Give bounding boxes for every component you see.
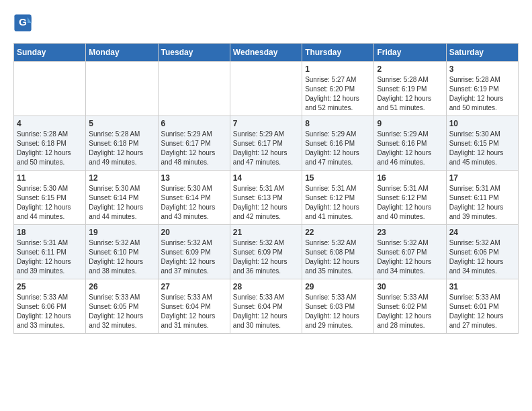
day-header-sunday: Sunday [14, 44, 86, 62]
calendar-header-row: SundayMondayTuesdayWednesdayThursdayFrid… [14, 44, 519, 62]
calendar-cell: 3Sunrise: 5:28 AM Sunset: 6:19 PM Daylig… [446, 62, 518, 116]
calendar-cell [230, 62, 302, 116]
calendar-cell: 1Sunrise: 5:27 AM Sunset: 6:20 PM Daylig… [302, 62, 374, 116]
day-number: 22 [305, 228, 371, 237]
calendar-cell [86, 62, 158, 116]
cell-content: Sunrise: 5:31 AM Sunset: 6:12 PM Dayligh… [305, 184, 371, 222]
cell-content: Sunrise: 5:30 AM Sunset: 6:15 PM Dayligh… [17, 184, 83, 222]
day-number: 21 [233, 228, 299, 237]
calendar-cell: 18Sunrise: 5:31 AM Sunset: 6:11 PM Dayli… [14, 225, 86, 279]
cell-content: Sunrise: 5:29 AM Sunset: 6:17 PM Dayligh… [161, 130, 227, 167]
day-number: 11 [17, 173, 83, 183]
logo: G [13, 13, 35, 32]
day-number: 7 [233, 119, 299, 128]
calendar-cell: 25Sunrise: 5:33 AM Sunset: 6:06 PM Dayli… [14, 279, 86, 334]
calendar-cell: 2Sunrise: 5:28 AM Sunset: 6:19 PM Daylig… [374, 62, 446, 116]
day-header-friday: Friday [374, 44, 446, 62]
calendar-cell: 28Sunrise: 5:33 AM Sunset: 6:04 PM Dayli… [230, 279, 302, 334]
cell-content: Sunrise: 5:30 AM Sunset: 6:14 PM Dayligh… [89, 184, 154, 222]
cell-content: Sunrise: 5:32 AM Sunset: 6:06 PM Dayligh… [449, 238, 515, 276]
cell-content: Sunrise: 5:31 AM Sunset: 6:11 PM Dayligh… [17, 238, 83, 276]
cell-content: Sunrise: 5:29 AM Sunset: 6:16 PM Dayligh… [305, 130, 371, 167]
calendar-cell: 9Sunrise: 5:29 AM Sunset: 6:16 PM Daylig… [374, 116, 446, 171]
calendar-cell: 11Sunrise: 5:30 AM Sunset: 6:15 PM Dayli… [14, 171, 86, 225]
calendar-week-row: 11Sunrise: 5:30 AM Sunset: 6:15 PM Dayli… [14, 171, 519, 225]
cell-content: Sunrise: 5:28 AM Sunset: 6:18 PM Dayligh… [17, 130, 83, 167]
day-number: 15 [305, 173, 371, 183]
cell-content: Sunrise: 5:33 AM Sunset: 6:04 PM Dayligh… [233, 293, 299, 330]
calendar-cell: 13Sunrise: 5:30 AM Sunset: 6:14 PM Dayli… [158, 171, 230, 225]
cell-content: Sunrise: 5:31 AM Sunset: 6:12 PM Dayligh… [377, 184, 443, 222]
day-number: 31 [449, 282, 515, 291]
calendar-cell: 31Sunrise: 5:33 AM Sunset: 6:01 PM Dayli… [446, 279, 518, 334]
calendar-week-row: 1Sunrise: 5:27 AM Sunset: 6:20 PM Daylig… [14, 62, 519, 116]
calendar-cell: 20Sunrise: 5:32 AM Sunset: 6:09 PM Dayli… [158, 225, 230, 279]
day-header-monday: Monday [86, 44, 158, 62]
cell-content: Sunrise: 5:27 AM Sunset: 6:20 PM Dayligh… [305, 75, 371, 113]
calendar-cell: 10Sunrise: 5:30 AM Sunset: 6:15 PM Dayli… [446, 116, 518, 171]
cell-content: Sunrise: 5:30 AM Sunset: 6:14 PM Dayligh… [161, 184, 227, 222]
day-header-wednesday: Wednesday [230, 44, 302, 62]
calendar-cell: 19Sunrise: 5:32 AM Sunset: 6:10 PM Dayli… [86, 225, 158, 279]
calendar-cell: 6Sunrise: 5:29 AM Sunset: 6:17 PM Daylig… [158, 116, 230, 171]
calendar-cell: 12Sunrise: 5:30 AM Sunset: 6:14 PM Dayli… [86, 171, 158, 225]
cell-content: Sunrise: 5:33 AM Sunset: 6:03 PM Dayligh… [305, 293, 371, 330]
day-number: 2 [377, 64, 443, 74]
calendar-cell: 8Sunrise: 5:29 AM Sunset: 6:16 PM Daylig… [302, 116, 374, 171]
day-number: 12 [89, 173, 154, 183]
day-number: 30 [377, 282, 443, 291]
day-header-thursday: Thursday [302, 44, 374, 62]
day-number: 25 [17, 282, 83, 291]
cell-content: Sunrise: 5:31 AM Sunset: 6:13 PM Dayligh… [233, 184, 299, 222]
svg-text:G: G [19, 16, 27, 28]
day-number: 26 [89, 282, 154, 291]
cell-content: Sunrise: 5:32 AM Sunset: 6:09 PM Dayligh… [233, 238, 299, 276]
calendar-cell [14, 62, 86, 116]
calendar-cell: 15Sunrise: 5:31 AM Sunset: 6:12 PM Dayli… [302, 171, 374, 225]
day-number: 10 [449, 119, 515, 128]
calendar-cell: 17Sunrise: 5:31 AM Sunset: 6:11 PM Dayli… [446, 171, 518, 225]
cell-content: Sunrise: 5:33 AM Sunset: 6:04 PM Dayligh… [161, 293, 227, 330]
calendar-cell: 30Sunrise: 5:33 AM Sunset: 6:02 PM Dayli… [374, 279, 446, 334]
cell-content: Sunrise: 5:32 AM Sunset: 6:08 PM Dayligh… [305, 238, 371, 276]
cell-content: Sunrise: 5:32 AM Sunset: 6:10 PM Dayligh… [89, 238, 154, 276]
logo-icon: G [13, 13, 32, 32]
cell-content: Sunrise: 5:28 AM Sunset: 6:19 PM Dayligh… [377, 75, 443, 113]
calendar-cell: 14Sunrise: 5:31 AM Sunset: 6:13 PM Dayli… [230, 171, 302, 225]
day-number: 23 [377, 228, 443, 237]
day-number: 19 [89, 228, 154, 237]
day-number: 1 [305, 64, 371, 74]
calendar-cell: 21Sunrise: 5:32 AM Sunset: 6:09 PM Dayli… [230, 225, 302, 279]
calendar-cell: 23Sunrise: 5:32 AM Sunset: 6:07 PM Dayli… [374, 225, 446, 279]
calendar-cell [158, 62, 230, 116]
cell-content: Sunrise: 5:33 AM Sunset: 6:05 PM Dayligh… [89, 293, 154, 330]
day-number: 16 [377, 173, 443, 183]
calendar-week-row: 25Sunrise: 5:33 AM Sunset: 6:06 PM Dayli… [14, 279, 519, 334]
day-number: 17 [449, 173, 515, 183]
day-number: 8 [305, 119, 371, 128]
day-number: 4 [17, 119, 83, 128]
day-number: 14 [233, 173, 299, 183]
calendar-week-row: 4Sunrise: 5:28 AM Sunset: 6:18 PM Daylig… [14, 116, 519, 171]
day-header-saturday: Saturday [446, 44, 518, 62]
calendar-cell: 29Sunrise: 5:33 AM Sunset: 6:03 PM Dayli… [302, 279, 374, 334]
calendar-table: SundayMondayTuesdayWednesdayThursdayFrid… [13, 43, 519, 334]
calendar-week-row: 18Sunrise: 5:31 AM Sunset: 6:11 PM Dayli… [14, 225, 519, 279]
day-number: 9 [377, 119, 443, 128]
day-number: 13 [161, 173, 227, 183]
calendar-cell: 16Sunrise: 5:31 AM Sunset: 6:12 PM Dayli… [374, 171, 446, 225]
day-number: 28 [233, 282, 299, 291]
cell-content: Sunrise: 5:33 AM Sunset: 6:06 PM Dayligh… [17, 293, 83, 330]
calendar-cell: 5Sunrise: 5:28 AM Sunset: 6:18 PM Daylig… [86, 116, 158, 171]
day-number: 18 [17, 228, 83, 237]
day-number: 24 [449, 228, 515, 237]
cell-content: Sunrise: 5:28 AM Sunset: 6:18 PM Dayligh… [89, 130, 154, 167]
cell-content: Sunrise: 5:30 AM Sunset: 6:15 PM Dayligh… [449, 130, 515, 167]
cell-content: Sunrise: 5:32 AM Sunset: 6:07 PM Dayligh… [377, 238, 443, 276]
day-header-tuesday: Tuesday [158, 44, 230, 62]
cell-content: Sunrise: 5:29 AM Sunset: 6:17 PM Dayligh… [233, 130, 299, 167]
calendar-cell: 26Sunrise: 5:33 AM Sunset: 6:05 PM Dayli… [86, 279, 158, 334]
cell-content: Sunrise: 5:28 AM Sunset: 6:19 PM Dayligh… [449, 75, 515, 113]
day-number: 6 [161, 119, 227, 128]
page-header: G [13, 13, 519, 32]
